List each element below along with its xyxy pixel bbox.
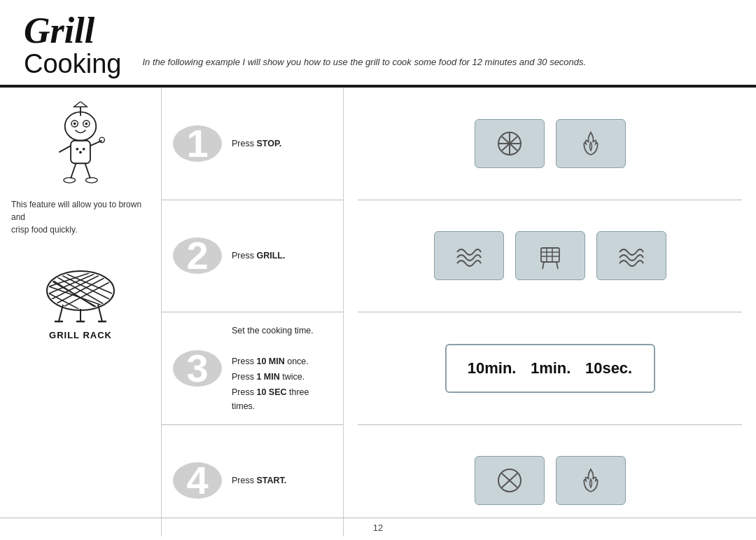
page-footer: 12 bbox=[0, 518, 756, 533]
svg-rect-43 bbox=[541, 248, 559, 262]
stop-button-display bbox=[475, 119, 545, 168]
svg-point-6 bbox=[85, 123, 88, 125]
step-1-number: 1 bbox=[186, 124, 208, 163]
fire-icon bbox=[572, 128, 610, 159]
grill-rack-illustration bbox=[42, 264, 119, 327]
svg-point-8 bbox=[76, 148, 79, 151]
grill-rack-label: GRILL RACK bbox=[49, 330, 112, 340]
step-1-row: 1 Press STOP. bbox=[162, 88, 343, 200]
step-2-instruction: Press GRILL. bbox=[232, 249, 285, 263]
wave-icon-1 bbox=[450, 238, 488, 273]
step-3-badge: 3 bbox=[173, 347, 222, 389]
step-2-display bbox=[358, 200, 742, 313]
mascot-description: This feature will allow you to brown and… bbox=[11, 198, 150, 236]
steps-column: 1 Press STOP. 2 Press GRILL. 3 Set the c bbox=[161, 88, 343, 536]
time-1min: 1min. bbox=[531, 359, 570, 378]
title-grill: Grill bbox=[24, 13, 586, 49]
svg-point-16 bbox=[64, 178, 76, 183]
step-4-instruction: Press START. bbox=[232, 473, 286, 487]
title-cooking: Cooking bbox=[24, 49, 121, 79]
step-1-display bbox=[358, 88, 742, 200]
svg-line-48 bbox=[542, 262, 544, 269]
grill-rack-button bbox=[515, 231, 585, 280]
svg-point-17 bbox=[85, 178, 97, 183]
step-3-display: 10min. 1min. 10sec. bbox=[358, 312, 742, 425]
svg-point-13 bbox=[99, 137, 104, 142]
fire-icon-2 bbox=[572, 465, 610, 496]
svg-point-5 bbox=[74, 123, 76, 125]
mascot-area: This feature will allow you to brown and… bbox=[11, 102, 150, 236]
grill-button-display-2 bbox=[556, 456, 626, 505]
step-3-number: 3 bbox=[186, 349, 208, 388]
time-10min: 10min. bbox=[468, 359, 517, 378]
stop-icon bbox=[491, 128, 528, 159]
header-description: In the following example I will show you… bbox=[142, 57, 586, 71]
step-4-badge: 4 bbox=[173, 459, 222, 501]
step-2-number: 2 bbox=[186, 236, 208, 275]
time-10sec: 10sec. bbox=[585, 359, 632, 378]
grill-rack-area: GRILL RACK bbox=[42, 264, 119, 340]
left-column: This feature will allow you to brown and… bbox=[0, 88, 161, 536]
step-3-instruction: Set the cooking time. Press 10 MIN once.… bbox=[232, 324, 332, 413]
svg-line-11 bbox=[59, 146, 71, 152]
step-1-instruction: Press STOP. bbox=[232, 137, 281, 151]
main-content: This feature will allow you to brown and… bbox=[0, 88, 756, 536]
step-3-row: 3 Set the cooking time. Press 10 MIN onc… bbox=[162, 312, 343, 425]
time-display: 10min. 1min. 10sec. bbox=[445, 344, 655, 393]
grill-button-display-1 bbox=[556, 119, 626, 168]
step-4-number: 4 bbox=[186, 461, 208, 500]
svg-line-49 bbox=[556, 262, 558, 269]
step-1-badge: 1 bbox=[173, 123, 222, 165]
grill-rack-icon bbox=[531, 238, 569, 273]
svg-line-27 bbox=[49, 274, 112, 307]
svg-marker-1 bbox=[74, 102, 88, 106]
wave-button-1 bbox=[434, 231, 504, 280]
page-number: 12 bbox=[373, 522, 383, 533]
svg-line-15 bbox=[85, 163, 90, 178]
title-block: Grill Cooking In the following example I… bbox=[24, 13, 586, 79]
mascot-illustration bbox=[42, 102, 119, 193]
wave-icon-2 bbox=[612, 238, 650, 273]
wave-button-2 bbox=[596, 231, 666, 280]
step-2-badge: 2 bbox=[173, 235, 222, 277]
page-header: Grill Cooking In the following example I… bbox=[0, 0, 756, 88]
svg-point-2 bbox=[65, 112, 97, 141]
svg-line-14 bbox=[71, 163, 76, 178]
svg-point-9 bbox=[79, 151, 82, 154]
stop-button-display-2 bbox=[475, 456, 545, 505]
step-2-row: 2 Press GRILL. bbox=[162, 200, 343, 313]
svg-point-10 bbox=[83, 148, 85, 151]
right-column: 10min. 1min. 10sec. bbox=[343, 88, 756, 536]
stop-icon-2 bbox=[491, 465, 528, 496]
